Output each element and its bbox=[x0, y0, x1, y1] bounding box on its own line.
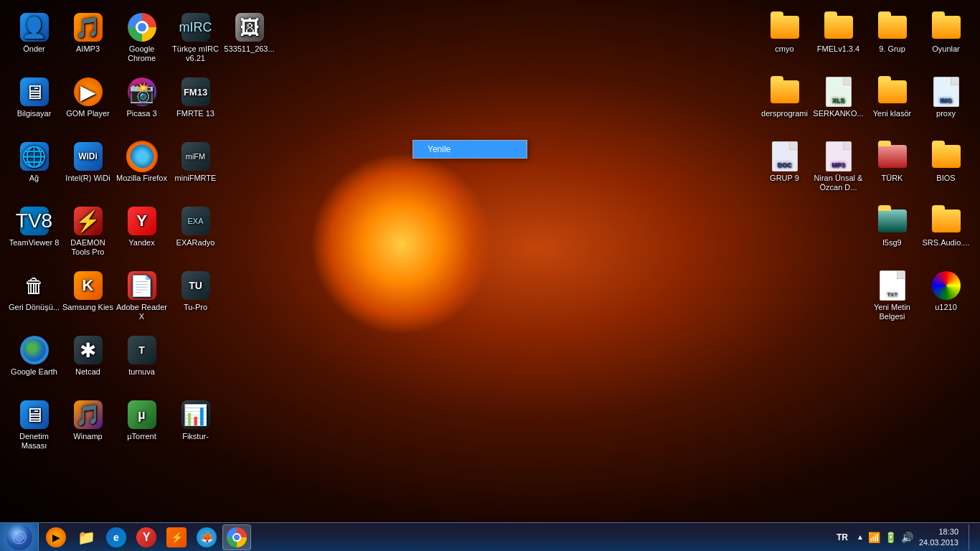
icon-label: Intel(R) WiDi bbox=[65, 174, 110, 183]
icon-label: Türkçe mIRC v6.21 bbox=[170, 44, 222, 63]
icon-proxy[interactable]: IMG proxy bbox=[919, 72, 973, 136]
icon-netcad[interactable]: ✱ Netcad bbox=[61, 330, 115, 395]
icon-label: 9. Grup bbox=[879, 44, 905, 54]
icon-teamviewer[interactable]: TV8 TeamViewer 8 bbox=[7, 201, 61, 265]
icon-row-5: 🗑 Geri Dönüşü... K Samsung Kies 📄 Adobe … bbox=[7, 265, 276, 330]
icon-label: FMELv1.3.4 bbox=[817, 44, 859, 54]
icon-grup9[interactable]: DOC GRUP 9 bbox=[758, 136, 811, 201]
taskbar-explorer[interactable]: 📁 bbox=[72, 524, 100, 550]
icon-yandex[interactable]: Y Yandex bbox=[115, 201, 169, 265]
context-menu[interactable]: Yenile bbox=[413, 140, 527, 159]
icon-label: cmyo bbox=[775, 44, 793, 54]
icon-bilgisayar[interactable]: 🖥 Bilgisayar bbox=[7, 72, 61, 136]
icon-ag[interactable]: 🌐 Ağ bbox=[7, 136, 61, 201]
icon-yeni-metin[interactable]: TXT Yeni Metin Belgesi bbox=[865, 265, 919, 330]
language-indicator[interactable]: TR bbox=[837, 532, 848, 542]
icon-label: turnuva bbox=[128, 367, 155, 377]
icon-minifmrte[interactable]: miFM miniFMRTE bbox=[169, 136, 222, 201]
icon-google-earth[interactable]: Google Earth bbox=[7, 330, 61, 395]
icon-533511[interactable]: 🖼 533511_263... bbox=[222, 7, 276, 72]
desktop: Yenile 👤 Önder 🎵 AIMP3 Google Chrome bbox=[0, 0, 980, 551]
context-menu-item-yenile[interactable]: Yenile bbox=[413, 141, 527, 158]
icon-label: Netcad bbox=[75, 367, 100, 377]
system-tray: TR ▲ 📶 🔋 🔊 18:30 24.03.2013 bbox=[831, 523, 980, 552]
firefox-icon bbox=[128, 142, 156, 171]
icon-turk[interactable]: TÜRK bbox=[865, 136, 919, 201]
taskbar-ie[interactable]: e bbox=[102, 524, 131, 550]
icon-turnuva[interactable]: T turnuva bbox=[115, 330, 169, 395]
icon-label: 533511_263... bbox=[224, 44, 274, 54]
icon-dersprogrami[interactable]: dersprogrami bbox=[758, 72, 811, 136]
icon-oyunlar[interactable]: Oyunlar bbox=[919, 7, 973, 72]
icon-daemon[interactable]: ⚡ DAEMON Tools Pro bbox=[61, 201, 115, 265]
folder-icon bbox=[932, 207, 961, 235]
icon-google-chrome[interactable]: Google Chrome bbox=[115, 7, 169, 72]
icon-samsung-kies[interactable]: K Samsung Kies bbox=[61, 265, 115, 330]
icon-yeni-klasor[interactable]: Yeni klasör bbox=[865, 72, 919, 136]
icon-aimp3[interactable]: 🎵 AIMP3 bbox=[61, 7, 115, 72]
icon-cmyo[interactable]: cmyo bbox=[758, 7, 811, 72]
start-button[interactable] bbox=[0, 523, 39, 552]
icon-denetim[interactable]: 🖥 Denetim Masası bbox=[7, 395, 61, 459]
tray-volume-icon[interactable]: 🔊 bbox=[901, 532, 913, 543]
start-orb bbox=[6, 524, 32, 550]
daemon-icon: ⚡ bbox=[74, 207, 103, 235]
icon-srsaudio[interactable]: SRS.Audio.... bbox=[919, 201, 973, 265]
taskbar-gomplayer[interactable]: ▶ bbox=[42, 524, 70, 550]
fikstur-icon: 📊 bbox=[182, 400, 210, 429]
icon-label: Ağ bbox=[29, 174, 39, 183]
icon-niran[interactable]: MP3 Niran Ünsal & Özcan D... bbox=[811, 136, 865, 201]
taskbar-firefox[interactable]: 🦊 bbox=[192, 524, 221, 550]
icon-firefox[interactable]: Mozilla Firefox bbox=[115, 136, 169, 201]
icon-tupro[interactable]: TU Tu-Pro bbox=[169, 265, 222, 330]
icon-label: Adobe Reader X bbox=[116, 303, 168, 321]
show-desktop-button[interactable] bbox=[969, 524, 974, 550]
right-row-4: l5sg9 SRS.Audio.... bbox=[758, 201, 973, 265]
taskbar-chrome[interactable] bbox=[222, 524, 251, 550]
icon-label: u1210 bbox=[935, 303, 957, 312]
icon-label: FMRTE 13 bbox=[176, 109, 215, 118]
icon-fikstur[interactable]: 📊 Fikstur- bbox=[169, 395, 222, 459]
icon-mirc[interactable]: mIRC Türkçe mIRC v6.21 bbox=[169, 7, 222, 72]
icon-geri-donusum[interactable]: 🗑 Geri Dönüşü... bbox=[7, 265, 61, 330]
icon-l5sg9[interactable]: l5sg9 bbox=[865, 201, 919, 265]
tray-battery-icon: 🔋 bbox=[885, 532, 897, 543]
fmrte-icon: FM13 bbox=[182, 77, 210, 106]
image-file-icon: IMG bbox=[932, 77, 961, 106]
icon-picasa[interactable]: 📸 Picasa 3 bbox=[115, 72, 169, 136]
icon-utorrent[interactable]: µ µTorrent bbox=[115, 395, 169, 459]
icon-winamp[interactable]: 🎵 Winamp bbox=[61, 395, 115, 459]
icon-label: GRUP 9 bbox=[770, 174, 799, 183]
icon-exaradyo[interactable]: EXA EXARadyo bbox=[169, 201, 222, 265]
icon-9grup[interactable]: 9. Grup bbox=[865, 7, 919, 72]
tray-expand-icon[interactable]: ▲ bbox=[857, 533, 864, 541]
icon-fmrte13[interactable]: FM13 FMRTE 13 bbox=[169, 72, 222, 136]
image-folder-icon bbox=[878, 207, 907, 235]
icon-label: Samsung Kies bbox=[62, 303, 113, 312]
icon-label: Denetim Masası bbox=[9, 432, 60, 451]
icon-label: AIMP3 bbox=[76, 44, 100, 54]
icon-intelvidi[interactable]: WiDi Intel(R) WiDi bbox=[61, 136, 115, 201]
taskbar-speedup[interactable]: ⚡ bbox=[162, 524, 191, 550]
icon-label: BIOS bbox=[936, 174, 955, 183]
icon-fmelv134[interactable]: FMELv1.3.4 bbox=[811, 7, 865, 72]
gomplayer-icon: ▶ bbox=[74, 77, 103, 106]
icon-u1210[interactable]: u1210 bbox=[919, 265, 973, 330]
taskbar: ▶ 📁 e Y ⚡ 🦊 bbox=[0, 522, 980, 551]
utorrent-icon: µ bbox=[128, 400, 156, 429]
icon-adobe-reader[interactable]: 📄 Adobe Reader X bbox=[115, 265, 169, 330]
taskbar-yandex[interactable]: Y bbox=[132, 524, 161, 550]
turnuva-icon: T bbox=[128, 336, 156, 364]
color-file-icon bbox=[932, 271, 961, 300]
clock-date: 24.03.2013 bbox=[919, 537, 958, 547]
icon-serkanko[interactable]: XLS SERKANKO... bbox=[811, 72, 865, 136]
winamp-icon: 🎵 bbox=[74, 400, 103, 429]
right-row-2: dersprogrami XLS SERKANKO... Yeni klasör bbox=[758, 72, 973, 136]
icon-bios[interactable]: BIOS bbox=[919, 136, 973, 201]
icon-label: dersprogrami bbox=[761, 109, 808, 118]
icon-gomplayer[interactable]: ▶ GOM Player bbox=[61, 72, 115, 136]
clock[interactable]: 18:30 24.03.2013 bbox=[919, 527, 958, 547]
picasa-icon: 📸 bbox=[128, 77, 156, 106]
icon-onder[interactable]: 👤 Önder bbox=[7, 7, 61, 72]
clock-time: 18:30 bbox=[919, 527, 958, 537]
